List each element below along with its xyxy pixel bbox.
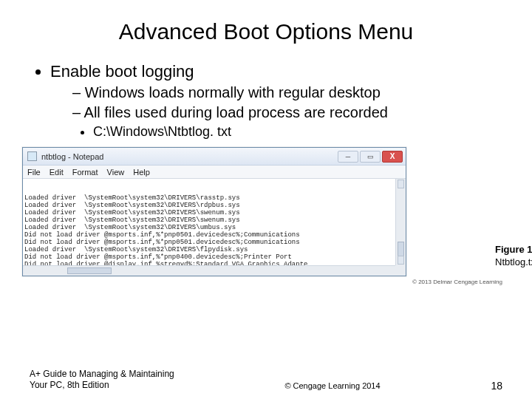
vertical-scrollbar[interactable] — [395, 179, 406, 265]
sub-bullet-2: All files used during load process are r… — [72, 104, 502, 121]
menubar: File Edit Format View Help — [23, 166, 406, 179]
figure-caption: Figure 14-14 Sample Ntbtlog.txt file — [495, 244, 532, 269]
text-area[interactable]: Loaded driver \SystemRoot\system32\DRIVE… — [23, 179, 406, 276]
hscroll-thumb[interactable] — [67, 267, 112, 274]
vscroll-thumb[interactable] — [398, 242, 404, 264]
bullet-subsublist: C:\Windows\Ntbtlog. txt — [93, 124, 502, 140]
sub-bullet-1: Windows loads normally with regular desk… — [72, 84, 502, 101]
scroll-corner — [395, 265, 406, 276]
footer: A+ Guide to Managing & Maintaining Your … — [30, 369, 502, 392]
menu-format[interactable]: Format — [72, 168, 98, 177]
bullet-sublist: Windows loads normally with regular desk… — [72, 84, 502, 121]
slide-title: Advanced Boot Options Menu — [30, 19, 502, 44]
footer-book-title: A+ Guide to Managing & Maintaining Your … — [30, 369, 192, 392]
maximize-button[interactable]: ▭ — [360, 151, 381, 163]
window-buttons: ─ ▭ X — [338, 151, 403, 163]
notepad-window: ntbtlog - Notepad ─ ▭ X File Edit Format… — [22, 147, 406, 276]
text-content: Loaded driver \SystemRoot\system32\DRIVE… — [24, 194, 404, 276]
figure-credit: © 2013 Delmar Cengage Learning — [412, 279, 502, 285]
minimize-button[interactable]: ─ — [338, 151, 358, 163]
window-title: ntbtlog - Notepad — [41, 152, 103, 161]
footer-copyright: © Cengage Learning 2014 — [192, 381, 473, 392]
notepad-icon — [27, 151, 37, 161]
bullet-text: Enable boot logging — [50, 62, 194, 81]
slide: Advanced Boot Options Menu Enable boot l… — [0, 0, 532, 399]
bullet-item-1: Enable boot logging Windows loads normal… — [50, 62, 502, 140]
bullet-list: Enable boot logging Windows loads normal… — [50, 62, 502, 140]
page-number: 18 — [473, 380, 502, 392]
figure-wrapper: ntbtlog - Notepad ─ ▭ X File Edit Format… — [22, 147, 502, 276]
menu-help[interactable]: Help — [133, 168, 150, 177]
titlebar: ntbtlog - Notepad ─ ▭ X — [23, 148, 406, 166]
close-button[interactable]: X — [382, 151, 403, 163]
menu-file[interactable]: File — [27, 168, 41, 177]
menu-view[interactable]: View — [107, 168, 125, 177]
menu-edit[interactable]: Edit — [50, 168, 64, 177]
subsub-bullet-1: C:\Windows\Ntbtlog. txt — [93, 124, 502, 140]
horizontal-scrollbar[interactable] — [23, 265, 395, 276]
figure-number: Figure 14-14 — [495, 244, 532, 255]
